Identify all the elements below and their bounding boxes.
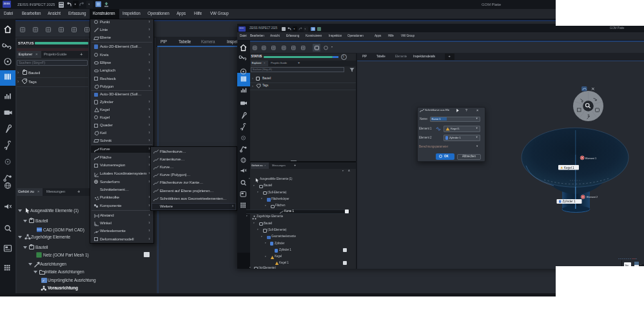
svg-text:Kegel 1: Kegel 1 <box>564 166 574 169</box>
svg-text:Element 2: Element 2 <box>587 196 598 199</box>
svg-text:Zylinder 1: Zylinder 1 <box>563 200 576 203</box>
svg-text:Element 1: Element 1 <box>585 157 596 159</box>
